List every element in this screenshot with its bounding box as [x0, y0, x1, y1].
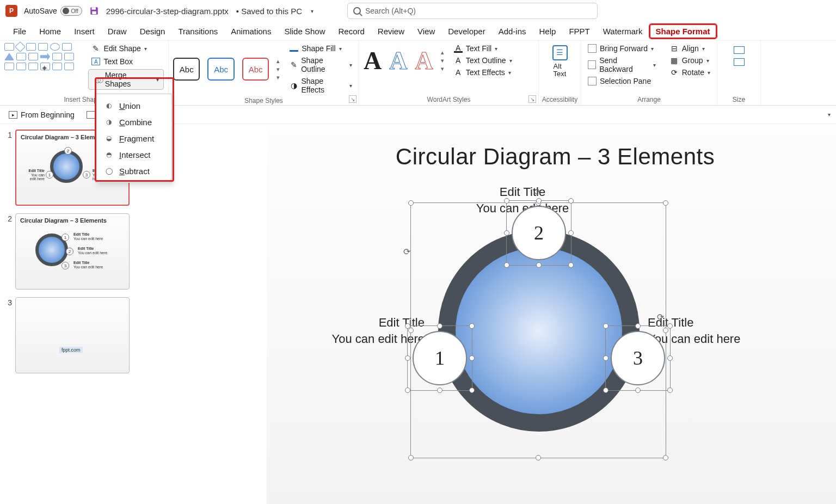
titlebar: P AutoSave Off 2996-circular-3-step-diag… — [0, 0, 836, 22]
group-shape-styles: Abc Abc Abc ▴ ▾ ▾ Shape Fill▾ ✎Shape Out… — [169, 41, 359, 105]
group-label-wordart: WordArt Styles — [364, 94, 534, 104]
style-swatch-red[interactable]: Abc — [242, 58, 269, 81]
selection-box-node2[interactable]: ⟳ — [506, 200, 571, 266]
selection-box-node3[interactable]: ⟳ — [605, 325, 671, 391]
wordart-launcher[interactable]: ↘ — [528, 95, 536, 103]
group-wordart-styles: A A A ▴ ▾ ▾ AText Fill▾ AText Outline▾ A… — [359, 41, 539, 105]
thumbnail-slide-2[interactable]: Circular Diagram – 3 Elements 1 2 3 Edit… — [15, 213, 130, 290]
slide-zoom-icon — [87, 111, 95, 119]
search-placeholder: Search (Alt+Q) — [365, 7, 416, 15]
ribbon-tabs: File Home Insert Draw Design Transitions… — [0, 22, 836, 40]
tab-file[interactable]: File — [7, 24, 33, 39]
text-effects-button[interactable]: AText Effects▾ — [452, 67, 514, 78]
tab-addins[interactable]: Add-ins — [492, 24, 533, 39]
gallery-up-icon[interactable]: ▴ — [276, 58, 280, 65]
svg-rect-2 — [92, 11, 96, 14]
tab-record[interactable]: Record — [331, 24, 371, 39]
toggle-icon[interactable]: Off — [60, 6, 82, 16]
wordart-down-icon[interactable]: ▾ — [441, 57, 444, 64]
wordart-up-icon[interactable]: ▴ — [441, 49, 444, 56]
tab-draw[interactable]: Draw — [101, 24, 133, 39]
group-button[interactable]: ▦Group▾ — [668, 55, 712, 66]
text-outline-button[interactable]: AText Outline▾ — [452, 55, 514, 66]
search-input[interactable]: Search (Alt+Q) — [347, 3, 598, 19]
style-swatch-black[interactable]: Abc — [173, 58, 200, 81]
tab-animations[interactable]: Animations — [224, 24, 278, 39]
shape-fill-button[interactable]: Shape Fill▾ — [287, 43, 354, 54]
autosave-toggle[interactable]: AutoSave Off — [24, 6, 82, 16]
group-arrange: Bring Forward▾ Send Backward▾ Selection … — [581, 41, 717, 105]
slide-title[interactable]: Circular Diagram – 3 Elements — [267, 144, 836, 170]
combine-icon: ◑ — [104, 117, 114, 127]
tab-slide-show[interactable]: Slide Show — [278, 24, 331, 39]
from-beginning-button[interactable]: ▸ From Beginning — [5, 109, 78, 120]
rotate-handle-icon[interactable]: ⟳ — [657, 312, 667, 322]
file-status: • Saved to this PC — [236, 7, 302, 16]
tab-fppt[interactable]: FPPT — [562, 24, 596, 39]
tab-home[interactable]: Home — [33, 24, 67, 39]
merge-shapes-button[interactable]: Merge Shapes ▾ — [88, 69, 164, 90]
effects-icon: ◑ — [290, 81, 298, 90]
tab-transitions[interactable]: Transitions — [171, 24, 224, 39]
shape-styles-launcher[interactable]: ↘ — [349, 95, 356, 103]
pen-icon: ✎ — [290, 60, 298, 69]
collapse-ribbon-icon[interactable]: ▾ — [828, 112, 831, 118]
app-icon: P — [5, 5, 17, 17]
merge-shapes-dropdown: ◐Union ◑Combine ◒Fragment ◓Intersect ◯Su… — [96, 94, 172, 183]
tab-help[interactable]: Help — [533, 24, 563, 39]
group-label-size: Size — [722, 94, 756, 104]
rotate-handle-icon[interactable]: ⟳ — [403, 247, 413, 256]
edit-shape-button[interactable]: ✎ Edit Shape ▾ — [88, 43, 164, 54]
label-left[interactable]: Edit Title You can edit here — [283, 315, 425, 347]
shape-gallery[interactable] — [4, 43, 84, 51]
svg-rect-1 — [91, 7, 96, 10]
shape-outline-button[interactable]: ✎Shape Outline▾ — [287, 55, 354, 75]
height-icon[interactable] — [734, 46, 745, 54]
selection-pane-button[interactable]: Selection Pane — [586, 76, 658, 87]
align-button[interactable]: ⊟Align▾ — [668, 43, 712, 54]
tab-insert[interactable]: Insert — [67, 24, 101, 39]
merge-combine[interactable]: ◑Combine — [96, 114, 171, 130]
thumbnail-slide-3[interactable]: fppt.com — [15, 297, 130, 373]
style-swatch-blue[interactable]: Abc — [207, 58, 234, 81]
gallery-down-icon[interactable]: ▾ — [276, 66, 280, 73]
selection-box-node1[interactable] — [407, 325, 472, 391]
tab-developer[interactable]: Developer — [441, 24, 491, 39]
rotate-button[interactable]: ⟳Rotate▾ — [668, 67, 712, 78]
subtract-icon: ◯ — [104, 166, 114, 176]
gallery-more-icon[interactable]: ▾ — [276, 74, 280, 81]
play-icon: ▸ — [9, 111, 17, 119]
wordart-A-blue[interactable]: A — [389, 46, 407, 75]
text-box-button[interactable]: A Text Box — [88, 56, 164, 67]
save-icon[interactable] — [89, 5, 100, 16]
file-title[interactable]: 2996-circular-3-step-diagram.pptx — [106, 7, 229, 16]
tab-review[interactable]: Review — [371, 24, 411, 39]
text-fill-icon: A — [454, 44, 463, 53]
text-fill-button[interactable]: AText Fill▾ — [452, 43, 514, 54]
tab-watermark[interactable]: Watermark — [597, 24, 649, 39]
tab-shape-format[interactable]: Shape Format — [649, 24, 717, 39]
merge-intersect[interactable]: ◓Intersect — [96, 146, 171, 163]
bring-forward-button[interactable]: Bring Forward▾ — [586, 43, 658, 54]
send-backward-button[interactable]: Send Backward▾ — [586, 55, 658, 75]
fragment-icon: ◒ — [104, 133, 114, 143]
diagram-group[interactable]: 1 2 3 ⟳ ⟳ — [425, 217, 653, 445]
tab-view[interactable]: View — [411, 24, 441, 39]
group-icon: ▦ — [670, 56, 679, 65]
chevron-down-icon[interactable]: ▾ — [311, 8, 314, 14]
merge-union[interactable]: ◐Union — [96, 97, 171, 114]
group-size: Size — [717, 41, 761, 105]
slide-canvas[interactable]: Circular Diagram – 3 Elements Edit Title… — [142, 124, 836, 504]
wordart-more-icon[interactable]: ▾ — [441, 65, 444, 72]
rotate-handle-icon[interactable]: ⟳ — [534, 187, 544, 196]
merge-subtract[interactable]: ◯Subtract — [96, 163, 171, 179]
merge-fragment[interactable]: ◒Fragment — [96, 130, 171, 146]
wordart-A-black[interactable]: A — [364, 46, 382, 75]
shape-effects-button[interactable]: ◑Shape Effects▾ — [287, 76, 354, 95]
align-icon: ⊟ — [670, 44, 679, 53]
wordart-A-red[interactable]: A — [415, 46, 433, 75]
alt-text-button[interactable]: ☰ Alt Text — [549, 43, 571, 81]
tab-design[interactable]: Design — [133, 24, 172, 39]
width-icon[interactable] — [734, 58, 745, 66]
slide[interactable]: Circular Diagram – 3 Elements Edit Title… — [267, 124, 836, 504]
